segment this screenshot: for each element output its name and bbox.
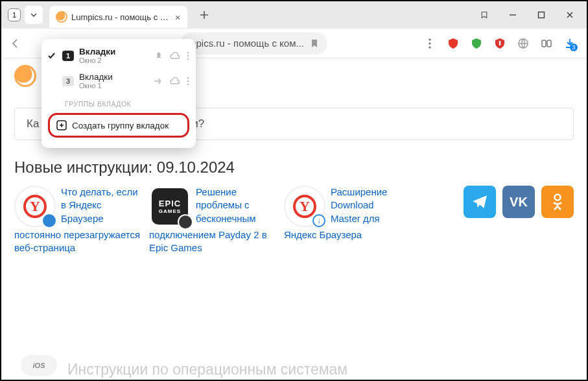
active-tab[interactable]: Lumpics.ru - помощь с … × (49, 6, 187, 28)
window-maximize-button[interactable] (527, 4, 556, 26)
new-tab-button[interactable] (195, 6, 213, 24)
site-logo-icon (14, 65, 36, 87)
ok-button[interactable] (541, 186, 574, 218)
svg-point-3 (429, 46, 430, 48)
pin-icon[interactable] (154, 51, 163, 60)
extensions-icon[interactable] (540, 37, 553, 50)
create-group-label: Создать группу вкладок (72, 121, 169, 130)
article-link[interactable]: Что делать, если (61, 186, 138, 199)
window-subtitle: Окно 1 (79, 82, 148, 90)
cloud-icon[interactable] (170, 77, 180, 85)
svg-point-10 (187, 58, 189, 60)
telegram-button[interactable] (464, 186, 496, 218)
svg-point-1 (429, 38, 430, 40)
svg-rect-0 (539, 12, 545, 18)
section-heading-cut: Инструкции по операционным системам (67, 361, 347, 378)
window-title: Вкладки (79, 47, 149, 56)
omnibox-text: mpics.ru - помощь с ком... (188, 38, 304, 49)
article-link[interactable]: Яндекс Браузера (284, 228, 394, 241)
svg-point-13 (187, 83, 189, 85)
reading-list-icon[interactable] (470, 4, 499, 26)
svg-rect-6 (542, 40, 546, 47)
card-thumbnail: EPICGAMES (149, 186, 191, 227)
nav-back-button[interactable] (6, 34, 25, 53)
article-link[interactable]: Браузере (61, 212, 138, 225)
tab-strip: 1 Lumpics.ru - помощь с … × (1, 1, 587, 29)
card-thumbnail (14, 186, 56, 227)
omnibox[interactable]: mpics.ru - помощь с ком... (180, 32, 327, 55)
svg-rect-4 (499, 41, 500, 45)
close-tab-icon[interactable]: × (175, 12, 181, 23)
extension-green-icon[interactable] (470, 37, 483, 50)
bookmark-icon[interactable] (309, 38, 320, 49)
window-tab-count-badge: 1 (62, 51, 74, 61)
dropdown-section-header: Группы вкладок (41, 93, 196, 110)
downloads-badge: 3 (570, 43, 578, 51)
window-title: Вкладки (79, 72, 148, 82)
tabs-dropdown-button[interactable] (25, 6, 43, 24)
add-group-icon (56, 120, 67, 130)
vk-button[interactable]: VK (502, 186, 535, 218)
check-icon (45, 51, 57, 60)
menu-dots-icon[interactable] (423, 37, 436, 50)
section-heading: Новые инструкции: 09.10.2024 (14, 158, 574, 177)
article-link[interactable]: Master для (331, 212, 387, 225)
dropdown-window-current[interactable]: 1 Вкладки Окно 2 (41, 43, 196, 68)
article-link[interactable]: постоянно перезагружается веб-страница (14, 228, 143, 255)
adblock-icon[interactable] (447, 37, 460, 50)
social-buttons: VK (464, 186, 574, 218)
create-tab-group-button[interactable]: Создать группу вкладок (48, 113, 189, 138)
tab-title: Lumpics.ru - помощь с … (71, 12, 169, 22)
svg-point-11 (187, 77, 189, 79)
window-minimize-button[interactable] (499, 4, 527, 26)
cloud-icon[interactable] (170, 52, 180, 60)
svg-rect-7 (547, 40, 551, 47)
card-thumbnail (284, 186, 325, 227)
svg-point-9 (187, 55, 189, 56)
article-card[interactable]: Расширение Download Master для Яндекс Бр… (284, 186, 394, 241)
downloads-icon[interactable]: 3 (563, 37, 576, 50)
more-icon[interactable] (187, 77, 189, 86)
tab-count-badge[interactable]: 1 (8, 8, 21, 21)
article-link[interactable]: Расширение (331, 186, 387, 199)
article-card[interactable]: EPICGAMES Решение проблемы с бесконечным… (149, 186, 277, 255)
article-link[interactable]: подключением Payday 2 в Epic Games (149, 228, 277, 255)
svg-point-15 (555, 195, 561, 201)
site-favicon-icon (56, 11, 67, 23)
svg-point-8 (187, 51, 189, 53)
article-link[interactable]: Решение (196, 186, 256, 199)
svg-point-12 (187, 80, 189, 82)
window-subtitle: Окно 2 (79, 56, 149, 64)
search-fragment: Ка (27, 117, 39, 130)
tabs-windows-dropdown: 1 Вкладки Окно 2 3 Вкладки Окно 1 Группы… (41, 39, 196, 148)
article-card[interactable]: Что делать, если в Яндекс Браузере посто… (14, 186, 143, 255)
extension-red-shield-icon[interactable] (493, 37, 506, 50)
article-link[interactable]: Download (331, 199, 387, 212)
article-link[interactable]: бесконечным (196, 212, 256, 225)
move-to-icon[interactable] (154, 77, 163, 85)
article-link[interactable]: в Яндекс (61, 199, 138, 212)
window-close-button[interactable] (556, 4, 584, 26)
more-icon[interactable] (187, 51, 189, 60)
dropdown-window-other[interactable]: 3 Вкладки Окно 1 (41, 68, 196, 93)
article-link[interactable]: проблемы с (196, 199, 256, 212)
toolbar-right: 3 (423, 37, 582, 50)
svg-point-2 (429, 42, 430, 44)
window-tab-count-badge: 3 (62, 76, 74, 86)
globe-icon[interactable] (517, 37, 530, 50)
